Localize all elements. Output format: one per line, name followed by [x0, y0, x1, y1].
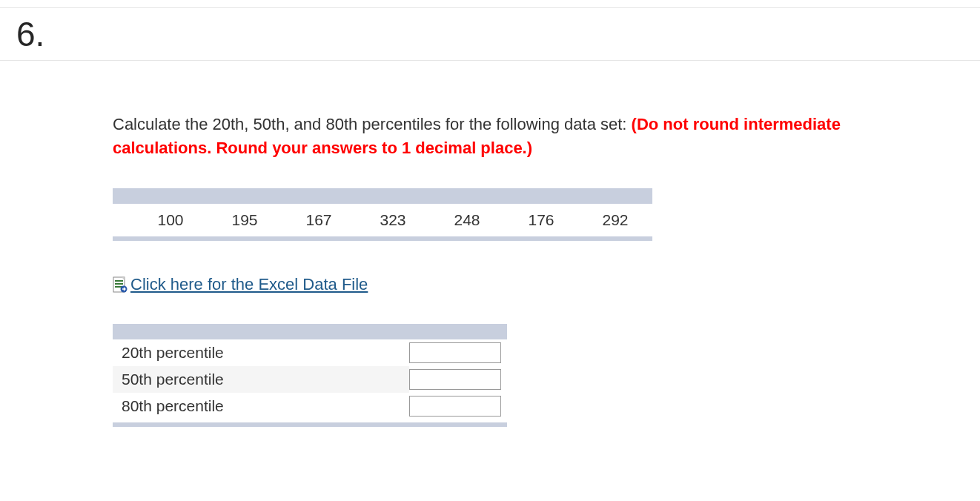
answer-label: 80th percentile — [113, 393, 409, 419]
data-cell: 323 — [356, 211, 430, 229]
answer-input-50th[interactable] — [409, 369, 501, 390]
data-row: 100 195 167 323 248 176 292 — [113, 204, 652, 236]
answer-row-20th: 20th percentile — [113, 339, 507, 366]
question-number: 6. — [16, 14, 980, 54]
data-cell: 195 — [208, 211, 282, 229]
data-cell: 167 — [282, 211, 356, 229]
excel-file-link[interactable]: Click here for the Excel Data File — [130, 275, 368, 294]
prompt-text: Calculate the 20th, 50th, and 80th perce… — [113, 115, 632, 133]
excel-file-row: Click here for the Excel Data File — [113, 275, 866, 294]
data-cell: 248 — [430, 211, 504, 229]
answer-label: 20th percentile — [113, 339, 409, 366]
answer-row-80th: 80th percentile — [113, 393, 507, 419]
excel-file-icon — [113, 276, 128, 293]
data-table-header-bar — [113, 188, 652, 204]
answer-table: 20th percentile 50th percentile 80th per… — [113, 324, 507, 427]
data-table: 100 195 167 323 248 176 292 — [113, 188, 652, 241]
svg-rect-3 — [115, 283, 123, 285]
data-table-footer-bar — [113, 236, 652, 241]
data-cell: 176 — [504, 211, 578, 229]
data-cell: 100 — [133, 211, 208, 229]
question-body: Calculate the 20th, 50th, and 80th perce… — [0, 61, 866, 427]
data-cell: 292 — [578, 211, 652, 229]
svg-rect-2 — [115, 280, 123, 282]
answer-label: 50th percentile — [113, 366, 409, 393]
question-header: 6. — [0, 7, 980, 61]
answer-input-80th[interactable] — [409, 396, 501, 417]
answer-input-20th[interactable] — [409, 342, 501, 363]
answer-row-50th: 50th percentile — [113, 366, 507, 393]
answer-table-header-bar — [113, 324, 507, 339]
question-prompt: Calculate the 20th, 50th, and 80th perce… — [113, 113, 866, 160]
answer-table-footer-bar — [113, 422, 507, 427]
